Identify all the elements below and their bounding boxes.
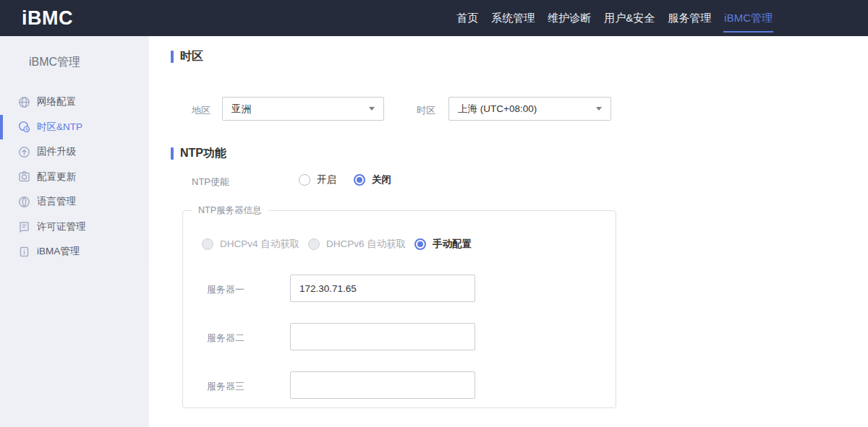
nav-item-home[interactable]: 首页 <box>456 0 479 36</box>
server-1-input[interactable] <box>290 275 475 302</box>
server-2-label: 服务器二 <box>207 332 244 345</box>
sidebar-item-label: 时区&NTP <box>37 121 82 134</box>
radio-on-icon <box>414 238 426 250</box>
ibma-icon <box>18 246 30 258</box>
sidebar-item-config-update[interactable]: 配置更新 <box>0 165 149 190</box>
app-logo: iBMC <box>22 7 73 30</box>
ntp-mode-dhcpv4-radio: DHCPv4 自动获取 <box>202 238 299 251</box>
nav-item-system[interactable]: 系统管理 <box>490 0 535 36</box>
chevron-down-icon <box>596 107 602 111</box>
ntp-enable-off-radio[interactable]: 关闭 <box>354 173 391 186</box>
server-3-input[interactable] <box>290 371 475 399</box>
sidebar-item-firmware-upgrade[interactable]: 固件升级 <box>0 139 149 165</box>
timezone-section-title: 时区 <box>171 49 203 64</box>
ntp-section-title: NTP功能 <box>171 146 226 161</box>
sidebar-title: iBMC管理 <box>0 36 149 70</box>
network-icon <box>18 96 30 108</box>
nav-item-maintenance[interactable]: 维护诊断 <box>547 0 592 36</box>
language-icon <box>18 196 30 208</box>
license-icon <box>18 220 30 233</box>
sidebar-item-label: 语言管理 <box>37 195 76 208</box>
sidebar-item-label: iBMA管理 <box>37 245 80 258</box>
ntp-server-group: NTP服务器信息 DHCPv4 自动获取 DHCPv6 自动获取 手动配置 服务… <box>182 204 616 408</box>
sidebar-item-language[interactable]: 语言管理 <box>0 189 149 215</box>
sidebar-item-timezone-ntp[interactable]: 时区&NTP <box>0 115 149 140</box>
nav-item-services[interactable]: 服务管理 <box>667 0 712 36</box>
region-select[interactable]: 亚洲 <box>222 97 384 121</box>
main-content: 时区 地区 亚洲 时区 上海 (UTC+08:00) NTP功能 NTP使能 开… <box>149 36 868 427</box>
radio-on-icon <box>354 174 365 186</box>
server-2-input[interactable] <box>290 323 475 350</box>
firmware-upgrade-icon <box>18 146 30 158</box>
timezone-ntp-icon <box>18 121 30 133</box>
radio-disabled-icon <box>308 238 320 250</box>
sidebar: iBMC管理 网络配置 时区&NTP 固件升级 配置更新 <box>0 36 149 427</box>
nav-item-ibmc-active[interactable]: iBMC管理 <box>723 0 773 36</box>
sidebar-item-label: 许可证管理 <box>37 220 86 233</box>
ntp-mode-dhcpv6-radio: DHCPv6 自动获取 <box>308 238 406 251</box>
region-label: 地区 <box>192 104 210 117</box>
radio-disabled-icon <box>202 238 213 250</box>
region-select-value: 亚洲 <box>231 103 369 116</box>
timezone-select-value: 上海 (UTC+08:00) <box>458 103 596 116</box>
timezone-label: 时区 <box>417 104 435 117</box>
ntp-enable-on-radio[interactable]: 开启 <box>299 173 336 186</box>
ntp-server-group-legend: NTP服务器信息 <box>192 204 268 217</box>
ntp-mode-manual-radio[interactable]: 手动配置 <box>414 238 472 251</box>
title-accent-bar <box>171 51 174 63</box>
nav-item-user-security[interactable]: 用户&安全 <box>603 0 655 36</box>
sidebar-item-ibma[interactable]: iBMA管理 <box>0 239 149 264</box>
sidebar-menu: 网络配置 时区&NTP 固件升级 配置更新 语言管理 <box>0 90 149 264</box>
chevron-down-icon <box>369 107 375 111</box>
top-nav: 首页 系统管理 维护诊断 用户&安全 服务管理 iBMC管理 <box>456 0 773 36</box>
timezone-select[interactable]: 上海 (UTC+08:00) <box>448 97 611 121</box>
ntp-enable-label: NTP使能 <box>192 176 229 189</box>
sidebar-item-label: 配置更新 <box>37 171 76 184</box>
title-accent-bar <box>171 147 174 160</box>
server-3-label: 服务器三 <box>207 380 244 393</box>
server-1-label: 服务器一 <box>207 283 244 296</box>
sidebar-item-license[interactable]: 许可证管理 <box>0 215 149 240</box>
config-update-icon <box>18 171 30 183</box>
app-header: iBMC 首页 系统管理 维护诊断 用户&安全 服务管理 iBMC管理 <box>0 0 868 36</box>
radio-off-icon <box>299 174 310 186</box>
sidebar-item-label: 网络配置 <box>37 95 76 108</box>
sidebar-item-label: 固件升级 <box>37 145 76 158</box>
sidebar-item-network[interactable]: 网络配置 <box>0 90 149 115</box>
